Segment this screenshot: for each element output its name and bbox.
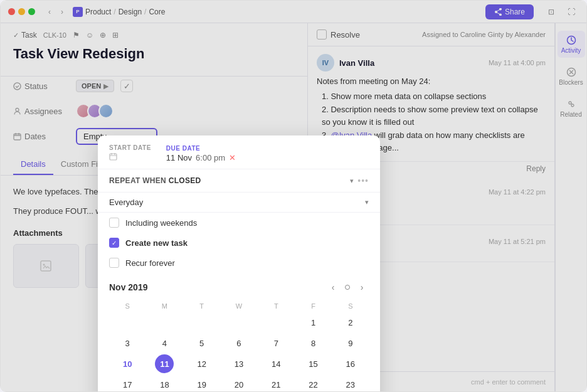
checkbox-new-task-item[interactable]: ✓ Create new task <box>98 233 380 253</box>
calendar-section: Nov 2019 ‹ › S M T W T F S <box>98 273 380 392</box>
svg-rect-13 <box>110 154 117 160</box>
cal-day-6[interactable]: 6 <box>230 334 248 352</box>
cal-dow-s1: S <box>109 300 145 312</box>
cal-day-23[interactable]: 23 <box>341 375 360 392</box>
cal-dow-s2: S <box>332 300 369 312</box>
cal-dow-t1: T <box>184 300 220 312</box>
calendar-nav: ‹ › <box>326 280 369 294</box>
cal-day-2[interactable]: 2 <box>341 313 360 332</box>
cal-day-21[interactable]: 21 <box>267 375 285 392</box>
cal-day-8[interactable]: 8 <box>304 334 323 352</box>
frequency-select[interactable]: Everyday ▾ <box>98 193 380 213</box>
calendar-next-button[interactable]: › <box>355 280 369 294</box>
checkbox-recur-forever[interactable] <box>109 258 119 268</box>
cal-day-1[interactable]: 1 <box>304 313 323 332</box>
cal-day-16[interactable]: 16 <box>341 354 360 373</box>
start-date-label: START DATE <box>109 144 151 151</box>
cal-day-15[interactable]: 15 <box>304 354 323 373</box>
repeat-section: REPEAT WHEN CLOSED ▾ ••• <box>98 169 380 193</box>
cal-day-10[interactable]: 10 <box>118 354 137 373</box>
cal-day-empty-3 <box>193 313 211 332</box>
date-picker-modal: START DATE DUE DATE 11 Nov 6:00 pm ✕ RE <box>98 135 380 392</box>
cal-day-20[interactable]: 20 <box>230 375 248 392</box>
repeat-more-button[interactable]: ••• <box>357 176 369 186</box>
repeat-actions: ▾ ••• <box>350 176 369 186</box>
checkbox-recur-forever-item[interactable]: Recur forever <box>98 253 380 273</box>
calendar-prev-button[interactable]: ‹ <box>326 280 340 294</box>
repeat-label: REPEAT WHEN CLOSED <box>109 176 201 185</box>
cal-day-22[interactable]: 22 <box>304 375 323 392</box>
repeat-chevron-icon[interactable]: ▾ <box>350 177 354 185</box>
cal-day-11[interactable]: 11 <box>155 354 174 373</box>
date-header: START DATE DUE DATE 11 Nov 6:00 pm ✕ <box>98 135 380 169</box>
cal-day-13[interactable]: 13 <box>230 354 248 373</box>
due-date-label: DUE DATE <box>166 145 236 152</box>
due-date-value: 11 Nov 6:00 pm ✕ <box>166 153 236 162</box>
cal-dow-m: M <box>146 300 182 312</box>
checkbox-weekends-item[interactable]: Including weekends <box>98 213 380 233</box>
cal-day-empty-4 <box>230 313 248 332</box>
frequency-label: Everyday <box>109 198 143 207</box>
due-date-clear-button[interactable]: ✕ <box>229 153 236 162</box>
due-date-section: DUE DATE 11 Nov 6:00 pm ✕ <box>166 145 236 162</box>
cal-day-empty-5 <box>267 313 285 332</box>
start-date-section: START DATE <box>109 144 151 162</box>
cal-day-empty-1 <box>118 313 137 332</box>
cal-dow-f: F <box>295 300 331 312</box>
cal-day-empty-2 <box>155 313 174 332</box>
checkbox-recur-forever-label: Recur forever <box>125 258 175 268</box>
cal-day-9[interactable]: 9 <box>341 334 360 352</box>
cal-day-3[interactable]: 3 <box>118 334 137 352</box>
calendar-grid: S M T W T F S 1 2 3 4 5 6 7 <box>109 300 369 392</box>
checkbox-weekends[interactable] <box>109 218 119 228</box>
calendar-month-title: Nov 2019 <box>109 282 147 292</box>
cal-day-12[interactable]: 12 <box>193 354 211 373</box>
cal-dow-t2: T <box>258 300 294 312</box>
checkbox-new-task-label: Create new task <box>125 238 188 248</box>
cal-day-7[interactable]: 7 <box>267 334 285 352</box>
cal-day-5[interactable]: 5 <box>193 334 211 352</box>
checkbox-weekends-label: Including weekends <box>125 218 197 228</box>
calendar-today-dot[interactable] <box>345 285 350 290</box>
cal-day-19[interactable]: 19 <box>193 375 211 392</box>
checkbox-new-task[interactable]: ✓ <box>109 238 119 248</box>
calendar-header: Nov 2019 ‹ › <box>109 280 369 294</box>
cal-day-18[interactable]: 18 <box>155 375 174 392</box>
cal-day-4[interactable]: 4 <box>155 334 174 352</box>
start-date-calendar-icon <box>109 152 117 162</box>
cal-day-17[interactable]: 17 <box>118 375 137 392</box>
cal-dow-w: W <box>221 300 257 312</box>
cal-day-14[interactable]: 14 <box>267 354 285 373</box>
frequency-chevron-icon[interactable]: ▾ <box>365 198 369 206</box>
start-date-value <box>109 152 151 162</box>
